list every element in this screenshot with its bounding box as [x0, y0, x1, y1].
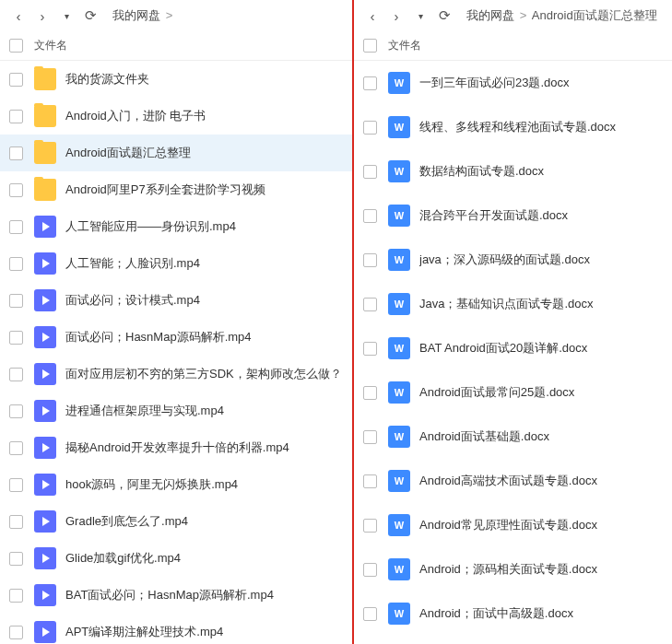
file-row[interactable]: 面试必问；设计模式.mp4: [0, 282, 352, 319]
row-checkbox[interactable]: [363, 165, 377, 179]
file-row[interactable]: Glide加载gif优化.mp4: [0, 540, 352, 577]
word-icon: [388, 426, 410, 448]
word-icon: [388, 558, 410, 580]
row-checkbox[interactable]: [9, 294, 23, 308]
row-checkbox[interactable]: [363, 386, 377, 400]
file-row[interactable]: 数据结构面试专题.docx: [354, 149, 672, 193]
row-checkbox[interactable]: [363, 121, 377, 135]
file-row[interactable]: APT编译期注解处理技术.mp4: [0, 614, 352, 644]
file-row[interactable]: 线程、多线程和线程池面试专题.docx: [354, 105, 672, 149]
row-checkbox[interactable]: [363, 209, 377, 223]
column-header-row: 文件名: [354, 31, 672, 61]
dropdown-icon[interactable]: ▾: [57, 6, 76, 25]
row-checkbox[interactable]: [9, 404, 23, 418]
select-all-checkbox[interactable]: [363, 39, 377, 53]
row-checkbox[interactable]: [9, 589, 23, 603]
row-checkbox[interactable]: [363, 474, 377, 488]
row-checkbox[interactable]: [9, 110, 23, 123]
file-row[interactable]: Android入门，进阶 电子书: [0, 98, 352, 135]
word-icon: [388, 160, 410, 182]
file-row[interactable]: hook源码，阿里无闪烁换肤.mp4: [0, 466, 352, 503]
file-row[interactable]: BAT Android面试20题详解.docx: [354, 326, 672, 370]
file-row[interactable]: Gradle到底怎么了.mp4: [0, 503, 352, 540]
file-row[interactable]: 人工智能应用——身份识别.mp4: [0, 208, 352, 245]
row-checkbox[interactable]: [9, 626, 23, 639]
dropdown-icon[interactable]: ▾: [411, 6, 430, 25]
row-checkbox[interactable]: [363, 563, 377, 577]
row-checkbox[interactable]: [9, 331, 23, 345]
word-icon: [388, 470, 410, 492]
forward-button[interactable]: ›: [387, 6, 406, 25]
folder-icon: [34, 68, 56, 90]
refresh-button[interactable]: ⟳: [435, 6, 454, 25]
file-name: BAT Android面试20题详解.docx: [419, 340, 587, 357]
back-button[interactable]: ‹: [363, 6, 382, 25]
file-row[interactable]: 揭秘Android开发效率提升十倍的利器.mp4: [0, 429, 352, 466]
file-row[interactable]: Android高端技术面试题专题.docx: [354, 459, 672, 503]
folder-icon: [34, 179, 56, 201]
word-icon: [388, 72, 410, 94]
file-row[interactable]: Java；基础知识点面试专题.docx: [354, 282, 672, 326]
file-name: java；深入源码级的面试题.docx: [419, 252, 590, 268]
file-row[interactable]: 人工智能；人脸识别.mp4: [0, 245, 352, 282]
file-name: 揭秘Android开发效率提升十倍的利器.mp4: [65, 439, 289, 456]
row-checkbox[interactable]: [9, 368, 23, 381]
refresh-button[interactable]: ⟳: [81, 6, 100, 25]
file-row[interactable]: 进程通信框架原理与实现.mp4: [0, 392, 352, 429]
column-filename[interactable]: 文件名: [34, 38, 67, 53]
file-list-right: 一到三年面试必问23题.docx线程、多线程和线程池面试专题.docx数据结构面…: [354, 61, 672, 644]
file-row[interactable]: 面试必问；HasnMap源码解析.mp4: [0, 319, 352, 356]
folder-icon: [34, 105, 56, 127]
breadcrumb-current[interactable]: Android面试题汇总整理: [532, 8, 657, 22]
column-filename[interactable]: 文件名: [388, 38, 421, 53]
file-name: BAT面试必问；HasnMap源码解析.mp4: [65, 587, 274, 603]
video-icon: [34, 289, 56, 311]
file-row[interactable]: Android阿里P7系列全套进阶学习视频: [0, 171, 352, 208]
breadcrumb-sep: >: [166, 8, 173, 22]
breadcrumb: 我的网盘 >: [112, 7, 174, 24]
breadcrumb-root[interactable]: 我的网盘: [466, 8, 514, 22]
row-checkbox[interactable]: [363, 253, 377, 267]
file-row[interactable]: Android面试题汇总整理: [0, 135, 352, 171]
row-checkbox[interactable]: [363, 607, 377, 621]
row-checkbox[interactable]: [9, 478, 23, 492]
row-checkbox[interactable]: [363, 430, 377, 444]
video-icon: [34, 326, 56, 348]
row-checkbox[interactable]: [363, 298, 377, 311]
file-row[interactable]: 我的货源文件夹: [0, 61, 352, 98]
file-name: 混合跨平台开发面试题.docx: [419, 207, 568, 224]
row-checkbox[interactable]: [363, 342, 377, 356]
row-checkbox[interactable]: [9, 257, 23, 271]
file-row[interactable]: 混合跨平台开发面试题.docx: [354, 193, 672, 238]
row-checkbox[interactable]: [9, 441, 23, 455]
breadcrumb: 我的网盘 > Android面试题汇总整理: [466, 7, 657, 24]
file-row[interactable]: java；深入源码级的面试题.docx: [354, 238, 672, 282]
row-checkbox[interactable]: [9, 515, 23, 529]
select-all-checkbox[interactable]: [9, 39, 23, 53]
file-row[interactable]: 一到三年面试必问23题.docx: [354, 61, 672, 105]
file-row[interactable]: Android常见原理性面试专题.docx: [354, 503, 672, 547]
row-checkbox[interactable]: [9, 73, 23, 87]
row-checkbox[interactable]: [363, 519, 377, 533]
file-row[interactable]: Android面试最常问25题.docx: [354, 370, 672, 415]
back-button[interactable]: ‹: [9, 6, 28, 25]
file-row[interactable]: Android；源码相关面试专题.docx: [354, 547, 672, 591]
row-checkbox[interactable]: [9, 552, 23, 566]
file-row[interactable]: Android面试基础题.docx: [354, 415, 672, 459]
file-row[interactable]: Android；面试中高级题.docx: [354, 591, 672, 636]
row-checkbox[interactable]: [9, 183, 23, 197]
file-row[interactable]: 面对应用层初不穷的第三方SDK，架构师改怎么做？: [0, 356, 352, 392]
file-name: 一到三年面试必问23题.docx: [419, 75, 570, 91]
row-checkbox[interactable]: [9, 146, 23, 160]
column-header-row: 文件名: [0, 31, 352, 61]
file-name: Glide加载gif优化.mp4: [65, 550, 181, 567]
row-checkbox[interactable]: [9, 220, 23, 234]
forward-button[interactable]: ›: [33, 6, 52, 25]
word-icon: [388, 249, 410, 271]
row-checkbox[interactable]: [363, 76, 377, 90]
file-name: 我的货源文件夹: [65, 71, 149, 88]
word-icon: [388, 337, 410, 359]
file-row[interactable]: BAT面试必问；HasnMap源码解析.mp4: [0, 577, 352, 614]
file-name: 线程、多线程和线程池面试专题.docx: [419, 119, 616, 135]
breadcrumb-root[interactable]: 我的网盘: [112, 8, 160, 22]
